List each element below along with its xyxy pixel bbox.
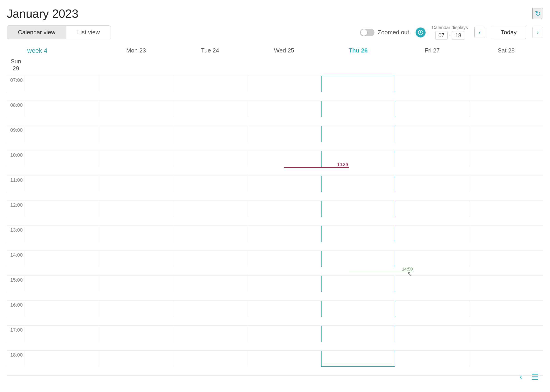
day-cell[interactable] bbox=[247, 151, 321, 167]
day-cell[interactable] bbox=[395, 151, 469, 167]
day-cell[interactable] bbox=[247, 101, 321, 117]
day-cell[interactable] bbox=[7, 167, 25, 176]
day-cell[interactable] bbox=[7, 92, 25, 101]
day-cell[interactable] bbox=[99, 76, 173, 92]
time-from-input[interactable] bbox=[435, 31, 448, 40]
day-cell[interactable] bbox=[173, 301, 247, 317]
day-cell[interactable] bbox=[99, 301, 173, 317]
calendar-view-button[interactable]: Calendar view bbox=[7, 26, 66, 39]
day-cell[interactable] bbox=[99, 201, 173, 217]
day-cell[interactable] bbox=[247, 301, 321, 317]
day-cell[interactable] bbox=[25, 176, 99, 192]
day-cell[interactable] bbox=[99, 176, 173, 192]
day-cell[interactable] bbox=[25, 326, 99, 342]
day-cell[interactable] bbox=[395, 76, 469, 92]
refresh-button[interactable]: ↻ bbox=[532, 8, 543, 19]
day-cell[interactable] bbox=[395, 101, 469, 117]
today-cell[interactable] bbox=[321, 276, 395, 292]
day-cell[interactable] bbox=[395, 276, 469, 292]
day-cell[interactable] bbox=[99, 251, 173, 267]
day-cell[interactable] bbox=[469, 101, 543, 117]
day-cell[interactable] bbox=[7, 342, 25, 351]
day-cell[interactable] bbox=[469, 151, 543, 167]
day-cell[interactable] bbox=[25, 251, 99, 267]
day-cell[interactable] bbox=[7, 117, 25, 126]
today-cell[interactable] bbox=[321, 151, 395, 167]
day-cell[interactable] bbox=[395, 301, 469, 317]
day-cell[interactable] bbox=[469, 126, 543, 142]
day-cell[interactable] bbox=[99, 351, 173, 367]
collapse-button[interactable]: ‹ bbox=[515, 371, 527, 383]
day-cell[interactable] bbox=[25, 351, 99, 367]
day-cell[interactable] bbox=[469, 351, 543, 367]
day-cell[interactable] bbox=[395, 226, 469, 242]
prev-week-button[interactable]: ‹ bbox=[474, 27, 485, 38]
day-cell[interactable] bbox=[247, 276, 321, 292]
day-cell[interactable] bbox=[173, 251, 247, 267]
day-cell[interactable] bbox=[395, 326, 469, 342]
day-cell[interactable] bbox=[469, 276, 543, 292]
day-cell[interactable] bbox=[7, 367, 25, 376]
day-cell[interactable] bbox=[25, 301, 99, 317]
today-cell[interactable] bbox=[321, 201, 395, 217]
day-cell[interactable] bbox=[247, 226, 321, 242]
day-cell[interactable] bbox=[25, 201, 99, 217]
day-cell[interactable] bbox=[247, 76, 321, 92]
day-cell[interactable] bbox=[99, 276, 173, 292]
day-cell[interactable] bbox=[25, 101, 99, 117]
today-cell[interactable] bbox=[321, 326, 395, 342]
day-cell[interactable] bbox=[173, 151, 247, 167]
day-cell[interactable] bbox=[99, 101, 173, 117]
week-link[interactable]: week 4 bbox=[25, 45, 99, 56]
today-cell[interactable] bbox=[321, 301, 395, 317]
day-cell[interactable] bbox=[173, 101, 247, 117]
day-cell[interactable] bbox=[395, 251, 469, 267]
day-cell[interactable] bbox=[469, 201, 543, 217]
day-cell[interactable] bbox=[247, 126, 321, 142]
day-cell[interactable] bbox=[25, 76, 99, 92]
today-cell[interactable] bbox=[321, 76, 395, 92]
day-cell[interactable] bbox=[395, 126, 469, 142]
day-cell[interactable] bbox=[99, 151, 173, 167]
day-cell[interactable] bbox=[469, 251, 543, 267]
day-cell[interactable] bbox=[99, 326, 173, 342]
day-cell[interactable] bbox=[99, 126, 173, 142]
day-cell[interactable] bbox=[173, 226, 247, 242]
day-cell[interactable] bbox=[7, 217, 25, 226]
today-cell[interactable] bbox=[321, 351, 395, 367]
day-cell[interactable] bbox=[7, 242, 25, 251]
day-cell[interactable] bbox=[469, 226, 543, 242]
day-cell[interactable] bbox=[247, 251, 321, 267]
today-cell[interactable] bbox=[321, 251, 395, 267]
today-cell[interactable] bbox=[321, 226, 395, 242]
today-cell[interactable] bbox=[321, 176, 395, 192]
today-button[interactable]: Today bbox=[492, 26, 526, 39]
day-cell[interactable] bbox=[173, 201, 247, 217]
list-view-button[interactable]: List view bbox=[66, 26, 111, 39]
list-toggle-button[interactable]: ☰ bbox=[529, 371, 541, 383]
day-cell[interactable] bbox=[7, 292, 25, 301]
day-cell[interactable] bbox=[395, 176, 469, 192]
time-to-input[interactable] bbox=[452, 31, 464, 40]
day-cell[interactable] bbox=[25, 151, 99, 167]
day-cell[interactable] bbox=[395, 201, 469, 217]
today-cell[interactable] bbox=[321, 101, 395, 117]
day-cell[interactable] bbox=[469, 326, 543, 342]
next-week-button[interactable]: › bbox=[532, 27, 543, 38]
day-cell[interactable] bbox=[173, 126, 247, 142]
day-cell[interactable] bbox=[25, 276, 99, 292]
day-cell[interactable] bbox=[173, 351, 247, 367]
day-cell[interactable] bbox=[469, 176, 543, 192]
day-cell[interactable] bbox=[247, 351, 321, 367]
day-cell[interactable] bbox=[469, 76, 543, 92]
day-cell[interactable] bbox=[247, 326, 321, 342]
day-cell[interactable] bbox=[7, 192, 25, 201]
today-cell[interactable] bbox=[321, 126, 395, 142]
day-cell[interactable] bbox=[25, 226, 99, 242]
day-cell[interactable] bbox=[469, 301, 543, 317]
day-cell[interactable] bbox=[395, 351, 469, 367]
day-cell[interactable] bbox=[173, 176, 247, 192]
day-cell[interactable] bbox=[99, 226, 173, 242]
day-cell[interactable] bbox=[173, 326, 247, 342]
day-cell[interactable] bbox=[7, 317, 25, 326]
